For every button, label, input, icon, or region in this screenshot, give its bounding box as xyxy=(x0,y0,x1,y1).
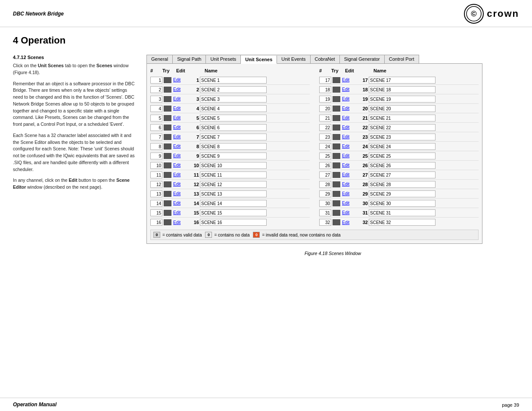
scene-edit-button[interactable]: Edit xyxy=(342,78,358,82)
scene-edit-button[interactable]: Edit xyxy=(173,163,189,168)
scene-name-input[interactable]: SCENE 11 xyxy=(200,171,267,178)
scene-name-input[interactable]: SCENE 16 xyxy=(200,219,267,226)
scene-name-input[interactable]: SCENE 12 xyxy=(200,181,267,188)
scene-edit-button[interactable]: Edit xyxy=(173,172,189,177)
scene-edit-button[interactable]: Edit xyxy=(342,182,358,187)
scene-name-input[interactable]: SCENE 19 xyxy=(369,96,436,103)
scene-name-input[interactable]: SCENE 10 xyxy=(200,162,267,169)
scene-name-input[interactable]: SCENE 1 xyxy=(200,77,267,84)
scene-edit-button[interactable]: Edit xyxy=(173,125,189,130)
tab-unit-scenes[interactable]: Unit Scenes xyxy=(241,56,277,64)
tab-signal-path[interactable]: Signal Path xyxy=(173,55,206,63)
scene-try-cell[interactable] xyxy=(333,153,340,159)
scene-edit-button[interactable]: Edit xyxy=(173,134,189,139)
scene-edit-button[interactable]: Edit xyxy=(173,97,189,101)
scene-name-input[interactable]: SCENE 26 xyxy=(369,162,436,169)
scene-name-input[interactable]: SCENE 24 xyxy=(369,143,436,150)
scene-edit-button[interactable]: Edit xyxy=(342,153,358,158)
scene-name-input[interactable]: SCENE 9 xyxy=(200,153,267,159)
scene-edit-button[interactable]: Edit xyxy=(173,201,189,206)
scene-edit-button[interactable]: Edit xyxy=(173,182,189,187)
scene-edit-button[interactable]: Edit xyxy=(173,78,189,82)
scene-name-input[interactable]: SCENE 30 xyxy=(369,200,436,207)
scene-edit-button[interactable]: Edit xyxy=(342,172,358,177)
scene-edit-button[interactable]: Edit xyxy=(173,191,189,196)
scene-try-cell[interactable] xyxy=(164,77,171,83)
scene-try-cell[interactable] xyxy=(164,210,171,216)
scene-try-cell[interactable] xyxy=(333,219,340,225)
scene-name-input[interactable]: SCENE 18 xyxy=(369,86,436,93)
scene-try-cell[interactable] xyxy=(333,134,340,140)
scene-try-cell[interactable] xyxy=(164,125,171,131)
scene-edit-button[interactable]: Edit xyxy=(342,106,358,111)
scene-try-cell[interactable] xyxy=(164,200,171,206)
scene-try-cell[interactable] xyxy=(333,77,340,83)
tab-signal-generator[interactable]: Signal Generator xyxy=(340,55,385,63)
scene-try-cell[interactable] xyxy=(333,115,340,121)
scene-name-input[interactable]: SCENE 20 xyxy=(369,105,436,112)
scene-try-cell[interactable] xyxy=(333,96,340,102)
tab-cobranet[interactable]: CobraNet xyxy=(311,55,340,63)
scene-edit-button[interactable]: Edit xyxy=(173,220,189,225)
scene-try-cell[interactable] xyxy=(164,219,171,225)
scene-edit-button[interactable]: Edit xyxy=(342,115,358,120)
scene-try-cell[interactable] xyxy=(164,162,171,168)
tab-unit-presets[interactable]: Unit Presets xyxy=(206,55,241,63)
tab-general[interactable]: General xyxy=(147,55,173,63)
scene-try-cell[interactable] xyxy=(164,115,171,121)
scene-edit-button[interactable]: Edit xyxy=(342,134,358,139)
scene-try-cell[interactable] xyxy=(164,153,171,159)
scene-try-cell[interactable] xyxy=(333,172,340,178)
scene-name-input[interactable]: SCENE 7 xyxy=(200,134,267,140)
scene-name-input[interactable]: SCENE 23 xyxy=(369,134,436,140)
scene-edit-button[interactable]: Edit xyxy=(342,125,358,130)
scene-name-input[interactable]: SCENE 28 xyxy=(369,181,436,188)
scene-edit-button[interactable]: Edit xyxy=(173,115,189,120)
scene-edit-button[interactable]: Edit xyxy=(173,144,189,149)
scene-name-input[interactable]: SCENE 31 xyxy=(369,209,436,216)
scene-edit-button[interactable]: Edit xyxy=(173,87,189,92)
scene-edit-button[interactable]: Edit xyxy=(173,106,189,111)
scene-try-cell[interactable] xyxy=(333,181,340,187)
tab-unit-events[interactable]: Unit Events xyxy=(277,55,310,63)
scene-try-cell[interactable] xyxy=(164,143,171,149)
scene-edit-button[interactable]: Edit xyxy=(342,220,358,225)
scene-name-input[interactable]: SCENE 29 xyxy=(369,190,436,197)
scene-try-cell[interactable] xyxy=(333,125,340,131)
scene-name-input[interactable]: SCENE 6 xyxy=(200,124,267,131)
scene-try-cell[interactable] xyxy=(333,162,340,168)
scene-try-cell[interactable] xyxy=(164,172,171,178)
scene-try-cell[interactable] xyxy=(164,181,171,187)
scene-edit-button[interactable]: Edit xyxy=(342,210,358,215)
scene-edit-button[interactable]: Edit xyxy=(342,201,358,206)
scene-edit-button[interactable]: Edit xyxy=(342,97,358,101)
scene-name-input[interactable]: SCENE 2 xyxy=(200,86,267,93)
scene-try-cell[interactable] xyxy=(333,210,340,216)
scene-name-input[interactable]: SCENE 32 xyxy=(369,219,436,226)
scene-name-input[interactable]: SCENE 15 xyxy=(200,209,267,216)
scene-try-cell[interactable] xyxy=(333,191,340,197)
scene-edit-button[interactable]: Edit xyxy=(342,191,358,196)
scene-name-input[interactable]: SCENE 3 xyxy=(200,96,267,103)
scene-edit-button[interactable]: Edit xyxy=(342,163,358,168)
scene-name-input[interactable]: SCENE 13 xyxy=(200,190,267,197)
scene-try-cell[interactable] xyxy=(333,143,340,149)
scene-name-input[interactable]: SCENE 27 xyxy=(369,171,436,178)
scene-name-input[interactable]: SCENE 17 xyxy=(369,77,436,84)
scene-try-cell[interactable] xyxy=(333,200,340,206)
tab-control-port[interactable]: Control Port xyxy=(385,55,419,63)
scene-edit-button[interactable]: Edit xyxy=(342,144,358,149)
scene-try-cell[interactable] xyxy=(164,191,171,197)
scene-name-input[interactable]: SCENE 5 xyxy=(200,115,267,121)
scene-try-cell[interactable] xyxy=(164,134,171,140)
scene-edit-button[interactable]: Edit xyxy=(173,153,189,158)
scene-try-cell[interactable] xyxy=(164,87,171,93)
scene-try-cell[interactable] xyxy=(333,87,340,93)
scene-name-input[interactable]: SCENE 21 xyxy=(369,115,436,121)
scene-name-input[interactable]: SCENE 22 xyxy=(369,124,436,131)
scene-try-cell[interactable] xyxy=(333,106,340,112)
scene-name-input[interactable]: SCENE 8 xyxy=(200,143,267,150)
scene-name-input[interactable]: SCENE 4 xyxy=(200,105,267,112)
scene-try-cell[interactable] xyxy=(164,96,171,102)
scene-edit-button[interactable]: Edit xyxy=(342,87,358,92)
